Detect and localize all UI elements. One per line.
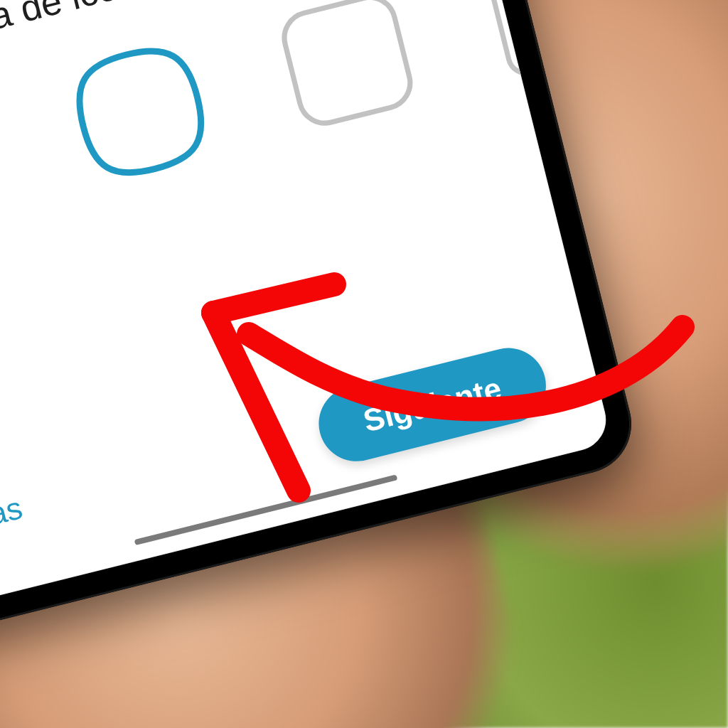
icon-shape-teardrop[interactable] [0,86,11,241]
icon-shape-squircle[interactable] [63,34,218,189]
svg-rect-0 [279,0,415,129]
icon-shape-picker [0,0,563,241]
back-button[interactable]: trás [0,479,41,547]
icon-shape-rounded-square[interactable] [269,0,424,138]
next-button[interactable]: Siguiente [311,340,554,469]
